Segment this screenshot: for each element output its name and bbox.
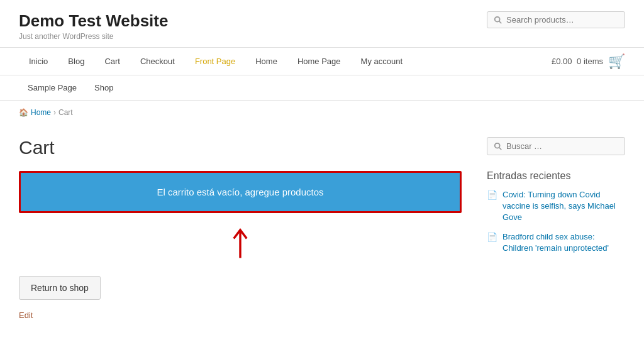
header-search-box[interactable] xyxy=(487,11,625,28)
svg-line-1 xyxy=(499,21,502,23)
site-title: Demo Test Website xyxy=(19,11,168,31)
recent-posts-title: Entradas recientes xyxy=(487,170,625,182)
post-icon-1: 📄 xyxy=(487,190,497,200)
nav-inicio[interactable]: Inicio xyxy=(19,48,58,75)
content-area: Cart El carrito está vacío, agregue prod… xyxy=(19,137,462,320)
sidebar-search-box[interactable] xyxy=(487,137,625,155)
sidebar: Entradas recientes 📄 Covid: Turning down… xyxy=(487,137,625,320)
sidebar-post-2: 📄 Bradford child sex abuse: Children 're… xyxy=(487,231,625,254)
edit-link[interactable]: Edit xyxy=(19,310,33,320)
return-to-shop-button[interactable]: Return to shop xyxy=(19,276,101,300)
cart-basket-icon[interactable]: 🛒 xyxy=(608,53,625,70)
svg-point-0 xyxy=(495,16,500,21)
site-branding: Demo Test Website Just another WordPress… xyxy=(19,11,168,41)
home-icon: 🏠 xyxy=(19,108,28,117)
page-title: Cart xyxy=(19,137,462,158)
nav-checkout[interactable]: Checkout xyxy=(130,48,185,75)
cart-empty-message: El carrito está vacío, agregue productos xyxy=(19,171,462,213)
sidebar-post-link-1[interactable]: Covid: Turning down Covid vaccine is sel… xyxy=(502,189,625,224)
sidebar-post-link-2[interactable]: Bradford child sex abuse: Children 'rema… xyxy=(502,231,625,254)
site-header: Demo Test Website Just another WordPress… xyxy=(0,0,644,47)
nav-home[interactable]: Home xyxy=(245,48,287,75)
nav-cart[interactable]: Cart xyxy=(94,48,130,75)
primary-nav: Inicio Blog Cart Checkout Front Page Hom… xyxy=(0,47,644,75)
nav-frontpage[interactable]: Front Page xyxy=(185,48,245,75)
sidebar-search-icon xyxy=(494,142,502,151)
primary-nav-links: Inicio Blog Cart Checkout Front Page Hom… xyxy=(19,48,552,75)
search-icon xyxy=(494,16,502,25)
breadcrumb-separator: › xyxy=(53,108,56,117)
main-content: Cart El carrito está vacío, agregue prod… xyxy=(0,124,644,332)
svg-line-4 xyxy=(499,147,502,150)
nav-homepage[interactable]: Home Page xyxy=(287,48,351,75)
secondary-nav: Sample Page Shop xyxy=(0,75,644,101)
cart-info: £0.00 0 items 🛒 xyxy=(552,53,625,70)
breadcrumb: 🏠 Home › Cart xyxy=(0,101,644,124)
site-tagline: Just another WordPress site xyxy=(19,32,168,41)
nav-shop[interactable]: Shop xyxy=(86,75,122,100)
post-icon-2: 📄 xyxy=(487,232,497,242)
up-arrow-icon xyxy=(228,226,253,263)
nav-myaccount[interactable]: My account xyxy=(351,48,413,75)
arrow-indicator xyxy=(19,226,462,263)
breadcrumb-current: Cart xyxy=(58,108,73,117)
cart-amount: £0.00 0 items xyxy=(552,57,603,66)
header-search-input[interactable] xyxy=(506,15,618,25)
nav-sample-page[interactable]: Sample Page xyxy=(19,75,86,100)
nav-blog[interactable]: Blog xyxy=(58,48,94,75)
breadcrumb-home[interactable]: Home xyxy=(31,108,51,117)
svg-point-3 xyxy=(495,143,500,148)
sidebar-search-input[interactable] xyxy=(506,141,618,151)
sidebar-post-1: 📄 Covid: Turning down Covid vaccine is s… xyxy=(487,189,625,224)
